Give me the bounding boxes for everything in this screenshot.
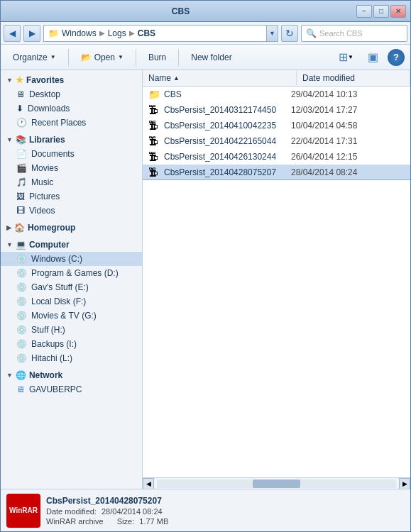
toolbar: Organize ▼ 📂 Open ▼ Burn New folder ⊞ ▼ …	[1, 45, 410, 70]
open-arrow-icon: ▼	[118, 54, 124, 60]
address-bar: ◀ ▶ 📁 Windows ▶ Logs ▶ CBS ▼ ↻ 🔍 Search …	[1, 22, 410, 45]
favorites-header[interactable]: ▼ ★ Favorites	[1, 73, 142, 87]
sidebar-item-gavuberpc[interactable]: 🖥 GAVUBERPC	[1, 382, 142, 397]
documents-label: Documents	[31, 149, 75, 159]
refresh-button[interactable]: ↻	[281, 25, 298, 42]
table-row[interactable]: 🗜CbsPersist_2014042807520728/04/2014 08:…	[143, 165, 410, 180]
address-dropdown-button[interactable]: ▼	[267, 25, 278, 42]
sidebar-item-hitachi-l[interactable]: 💿 Hitachi (L:)	[1, 351, 142, 365]
scrollbar-track[interactable]	[157, 480, 396, 488]
title-bar: CBS − □ ✕	[1, 1, 410, 22]
path-sep-1: ▶	[99, 29, 105, 37]
stuff-h-label: Stuff (H:)	[31, 325, 65, 335]
preview-button[interactable]: ▣	[361, 48, 385, 67]
file-name-label: CBS	[164, 89, 291, 99]
help-button[interactable]: ?	[388, 49, 405, 66]
sidebar-item-movies[interactable]: 🎬 Movies	[1, 161, 142, 175]
movies-g-label: Movies & TV (G:)	[31, 311, 97, 321]
open-icon: 📂	[81, 52, 92, 62]
organize-label: Organize	[13, 52, 48, 62]
music-label: Music	[31, 177, 53, 187]
table-row[interactable]: 🗜CbsPersist_2014042216504422/04/2014 17:…	[143, 133, 410, 149]
scroll-left-button[interactable]: ◀	[143, 478, 154, 489]
window-controls: − □ ✕	[356, 5, 406, 18]
forward-button[interactable]: ▶	[23, 25, 40, 42]
toolbar-separator-2	[136, 49, 136, 66]
sidebar-item-music[interactable]: 🎵 Music	[1, 175, 142, 189]
open-button[interactable]: 📂 Open ▼	[75, 48, 130, 67]
collapse-icon-libs: ▼	[6, 136, 13, 143]
libraries-label: Libraries	[29, 135, 65, 145]
sidebar-item-movies-g[interactable]: 💿 Movies & TV (G:)	[1, 309, 142, 323]
column-header-date[interactable]: Date modified	[297, 70, 410, 86]
file-date-label: 10/04/2014 04:58	[291, 121, 405, 131]
sidebar-item-pictures[interactable]: 🖼 Pictures	[1, 189, 142, 204]
sort-icon: ▲	[173, 74, 180, 82]
horizontal-scrollbar[interactable]: ◀ ▶	[143, 477, 410, 489]
table-row[interactable]: 📁CBS29/04/2014 10:13	[143, 87, 410, 102]
sidebar-item-gavs-e[interactable]: 💿 Gav's Stuff (E:)	[1, 280, 142, 294]
path-cbs: CBS	[138, 28, 155, 38]
file-date-label: 12/03/2014 17:27	[291, 105, 405, 115]
videos-icon: 🎞	[16, 206, 25, 216]
file-name-label: CbsPersist_20140410042235	[164, 121, 291, 131]
sidebar-item-recent-places[interactable]: 🕐 Recent Places	[1, 116, 142, 130]
sidebar-item-program-d[interactable]: 💿 Program & Games (D:)	[1, 266, 142, 280]
network-label: Network	[29, 370, 62, 380]
search-box[interactable]: 🔍 Search CBS	[301, 25, 407, 42]
sidebar-item-desktop[interactable]: 🖥 Desktop	[1, 87, 142, 101]
close-button[interactable]: ✕	[390, 5, 406, 18]
file-name-label: CbsPersist_20140428075207	[164, 167, 291, 177]
size-value: 1.77 MB	[139, 517, 168, 526]
sidebar-item-documents[interactable]: 📄 Documents	[1, 147, 142, 161]
file-name-label: CbsPersist_20140312174450	[164, 105, 291, 115]
views-button[interactable]: ⊞ ▼	[334, 48, 358, 67]
folder-icon: 📁	[48, 28, 59, 38]
backups-i-label: Backups (I:)	[31, 339, 77, 349]
scrollbar-thumb[interactable]	[253, 480, 300, 488]
gavs-e-label: Gav's Stuff (E:)	[31, 282, 89, 292]
path-logs: Logs	[108, 28, 126, 38]
views-icon: ⊞	[339, 50, 348, 64]
preview-pane-icon: ▣	[368, 50, 378, 64]
burn-button[interactable]: Burn	[142, 48, 172, 67]
rar-file-icon: 🗜	[148, 151, 161, 162]
scroll-right-button[interactable]: ▶	[399, 478, 410, 489]
rar-file-icon: 🗜	[148, 104, 161, 116]
status-meta: Date modified: 28/04/2014 08:24	[46, 507, 168, 516]
status-info: CbsPersist_20140428075207 Date modified:…	[46, 496, 168, 526]
address-path[interactable]: 📁 Windows ▶ Logs ▶ CBS	[43, 25, 267, 42]
back-button[interactable]: ◀	[4, 25, 21, 42]
favorites-label: Favorites	[26, 75, 64, 85]
music-icon: 🎵	[16, 177, 27, 187]
favorites-section: ▼ ★ Favorites 🖥 Desktop ⬇ Downloads 🕐 Re…	[1, 73, 142, 130]
windows-c-icon: 💿	[16, 254, 27, 264]
table-row[interactable]: 🗜CbsPersist_2014041004223510/04/2014 04:…	[143, 118, 410, 133]
modified-label: Date modified:	[46, 507, 97, 516]
sidebar-item-backups-i[interactable]: 💿 Backups (I:)	[1, 337, 142, 351]
maximize-button[interactable]: □	[373, 5, 389, 18]
computer-header[interactable]: ▼ 💻 Computer	[1, 238, 142, 252]
homegroup-header[interactable]: ▶ 🏠 Homegroup	[1, 221, 142, 235]
sidebar-item-downloads[interactable]: ⬇ Downloads	[1, 101, 142, 116]
computer-icon: 💻	[16, 240, 26, 250]
file-name-label: CbsPersist_20140422165044	[164, 136, 291, 146]
minimize-button[interactable]: −	[356, 5, 372, 18]
network-header[interactable]: ▼ 🌐 Network	[1, 368, 142, 382]
hitachi-l-label: Hitachi (L:)	[31, 353, 72, 363]
column-header-name[interactable]: Name ▲	[143, 70, 297, 86]
sidebar-item-videos[interactable]: 🎞 Videos	[1, 204, 142, 218]
videos-label: Videos	[29, 206, 55, 216]
organize-button[interactable]: Organize ▼	[6, 48, 62, 67]
col-date-label: Date modified	[302, 73, 355, 83]
libraries-header[interactable]: ▼ 📚 Libraries	[1, 133, 142, 147]
sidebar-item-local-f[interactable]: 💿 Local Disk (F:)	[1, 294, 142, 309]
rar-file-icon: 🗜	[148, 120, 161, 131]
table-row[interactable]: 🗜CbsPersist_2014042613024426/04/2014 12:…	[143, 149, 410, 165]
sidebar-item-windows-c[interactable]: 💿 Windows (C:)	[1, 252, 142, 266]
table-row[interactable]: 🗜CbsPersist_2014031217445012/03/2014 17:…	[143, 102, 410, 118]
movies-label: Movies	[31, 163, 58, 173]
file-date-label: 22/04/2014 17:31	[291, 136, 405, 146]
new-folder-button[interactable]: New folder	[185, 48, 238, 67]
sidebar-item-stuff-h[interactable]: 💿 Stuff (H:)	[1, 323, 142, 337]
